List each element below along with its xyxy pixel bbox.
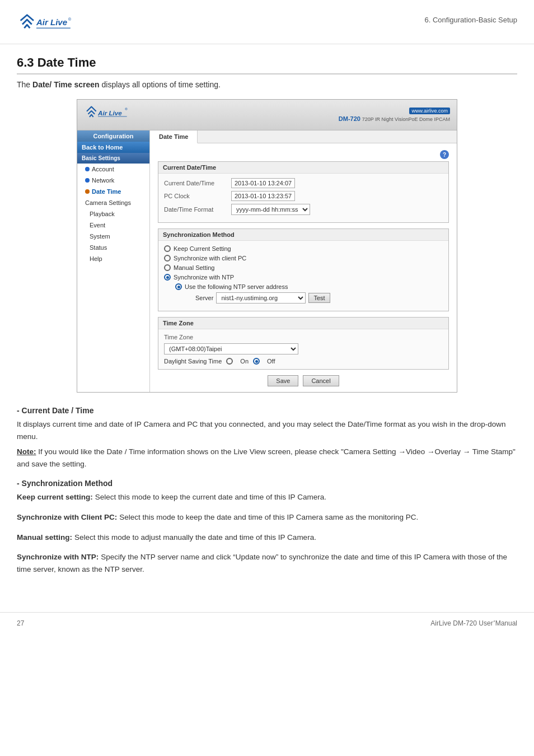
desc-ntp-label: Synchronize with NTP: <box>17 553 99 561</box>
sync-option-manual[interactable]: Manual Setting <box>164 264 443 271</box>
tab-bar: Date Time <box>150 130 457 143</box>
desc-sync-client-label: Synchronize with Client PC: <box>17 513 117 521</box>
desc-manual-body-text: Select this mode to adjust manually the … <box>74 533 316 542</box>
current-datetime-section: Current Date/Time Current Date/Time 2013… <box>158 161 449 223</box>
note-body: If you would like the Date / Time inform… <box>17 447 516 468</box>
timezone-select-container: (GMT+08:00)Taipei <box>164 343 443 354</box>
intro-prefix: The <box>17 80 32 89</box>
format-label: Date/Time Format <box>164 206 231 213</box>
daylight-row: Daylight Saving Time On Off <box>164 358 443 365</box>
sidebar-item-back-to-home[interactable]: Back to Home <box>77 142 149 153</box>
server-label: Server <box>195 295 213 301</box>
desc-current-datetime-note: Note: If you would like the Date / Time … <box>17 446 517 470</box>
sync-option-keep[interactable]: Keep Current Setting <box>164 245 443 252</box>
sidebar-item-network[interactable]: Network <box>77 175 149 186</box>
svg-text:Air Live: Air Live <box>97 109 122 116</box>
radio-ntp-use-following[interactable] <box>175 283 182 290</box>
radio-keep[interactable] <box>164 245 171 252</box>
radio-daylight-off[interactable] <box>253 358 260 365</box>
ntp-server-row: Server nist1-ny.ustiming.org Test <box>195 292 443 304</box>
ntp-sub-label: Use the following NTP server address <box>185 283 288 290</box>
radio-ntp[interactable] <box>164 274 171 281</box>
cancel-button[interactable]: Cancel <box>303 375 339 386</box>
ntp-sub-option-use-following[interactable]: Use the following NTP server address <box>175 283 443 290</box>
timezone-select[interactable]: (GMT+08:00)Taipei <box>164 343 298 354</box>
account-dot <box>85 167 90 171</box>
sidebar-item-status[interactable]: Status <box>77 242 149 253</box>
radio-daylight-on[interactable] <box>226 358 233 365</box>
sidebar-account-label: Account <box>92 166 114 172</box>
sidebar-item-help[interactable]: Help <box>77 253 149 264</box>
chapter-ref: 6. Configuration-Basic Setup <box>425 16 517 24</box>
logo-area: Air Live ® <box>17 10 73 38</box>
device-model-info: www.airlive.com DM-720 720P IR Night Vis… <box>339 108 450 122</box>
desc-manual: Manual setting: Select this mode to adju… <box>17 531 517 544</box>
format-select[interactable]: yyyy-mm-dd hh:mm:ss <box>231 204 310 215</box>
section-title-text: Date Time <box>38 55 96 69</box>
action-buttons: Save Cancel <box>158 375 449 386</box>
desc-keep-label: Keep current setting: <box>17 493 93 501</box>
section-title: 6.3 Date Time <box>17 55 517 74</box>
timezone-body: Time Zone (GMT+08:00)Taipei Daylight Sav… <box>158 329 448 369</box>
desc-keep-body-text: Select this mode to keep the current dat… <box>95 493 326 501</box>
current-datetime-title: Current Date/Time <box>158 162 448 174</box>
datetime-dot <box>85 189 90 194</box>
sync-manual-label: Manual Setting <box>174 264 214 271</box>
format-row: Date/Time Format yyyy-mm-dd hh:mm:ss <box>164 204 443 215</box>
section-number: 6.3 <box>17 55 34 69</box>
page-header: Air Live ® 6. Configuration-Basic Setup <box>0 0 534 44</box>
ntp-sub-options: Use the following NTP server address Ser… <box>175 283 443 304</box>
sidebar-datetime-label: Date Time <box>92 188 121 195</box>
sidebar-item-event[interactable]: Event <box>77 220 149 231</box>
sidebar-item-playback[interactable]: Playback <box>77 208 149 220</box>
device-logo: Air Live ® <box>84 103 140 127</box>
sync-client-label: Synchronize with client PC <box>174 255 246 262</box>
desc-manual-label: Manual setting: <box>17 533 72 542</box>
radio-manual[interactable] <box>164 264 171 271</box>
sync-method-title: Synchronization Method <box>158 229 448 241</box>
airlive-logo-svg: Air Live ® <box>17 10 73 38</box>
desc-sync-heading: - Synchronization Method <box>17 479 517 488</box>
device-main-panel: Date Time ? Current Date/Time Current Da… <box>150 130 457 392</box>
test-button[interactable]: Test <box>308 293 330 303</box>
sync-option-client-pc[interactable]: Synchronize with client PC <box>164 255 443 262</box>
desc-current-datetime-body: It displays current time and date of IP … <box>17 418 517 442</box>
timezone-label: Time Zone <box>164 334 231 340</box>
device-model: DM-720 <box>339 115 360 122</box>
device-website: www.airlive.com <box>409 108 450 114</box>
help-icon-button[interactable]: ? <box>440 150 449 159</box>
main-content: 6.3 Date Time The Date/ Time screen disp… <box>0 44 534 601</box>
sidebar-item-system[interactable]: System <box>77 231 149 242</box>
sync-keep-label: Keep Current Setting <box>174 245 231 252</box>
daylight-on-label: On <box>240 358 249 365</box>
desc-sync-method: - Synchronization Method Keep current se… <box>17 479 517 575</box>
sync-method-body: Keep Current Setting Synchronize with cl… <box>158 241 448 311</box>
device-ui-panel: Air Live ® www.airlive.com DM-720 720P I… <box>77 99 457 393</box>
desc-current-datetime-heading: - Current Date / Time <box>17 406 517 415</box>
sidebar-item-account[interactable]: Account <box>77 164 149 175</box>
pc-clock-label: PC Clock <box>164 193 231 199</box>
timezone-section: Time Zone Time Zone (GMT+08:00)Taipei <box>158 317 449 370</box>
current-datetime-value: 2013-01-10 13:24:07 <box>231 178 295 188</box>
desc-ntp: Synchronize with NTP: Specify the NTP se… <box>17 551 517 575</box>
sidebar-configuration-header: Configuration <box>77 130 149 142</box>
pc-clock-row: PC Clock 2013-01-10 13:23:57 <box>164 191 443 201</box>
tab-date-time[interactable]: Date Time <box>150 130 198 143</box>
save-button[interactable]: Save <box>268 375 298 386</box>
timezone-row: Time Zone <box>164 334 443 340</box>
ntp-server-select[interactable]: nist1-ny.ustiming.org <box>216 292 306 304</box>
device-model-desc: 720P IR Night VisionPoE Dome IPCAM <box>362 116 450 122</box>
radio-client-pc[interactable] <box>164 255 171 262</box>
page-footer: 27 AirLive DM-720 UserʼManual <box>0 612 534 634</box>
intro-bold: Date/ Time screen <box>32 80 100 89</box>
sidebar-item-date-time[interactable]: Date Time <box>77 186 149 197</box>
current-datetime-row: Current Date/Time 2013-01-10 13:24:07 <box>164 178 443 188</box>
sync-option-ntp[interactable]: Synchronize with NTP <box>164 274 443 281</box>
sidebar-item-basic-settings[interactable]: Basic Settings <box>77 153 149 164</box>
network-dot <box>85 178 90 183</box>
footer-page-number: 27 <box>17 619 24 627</box>
sidebar-item-camera-settings[interactable]: Camera Settings <box>77 197 149 208</box>
pc-clock-value: 2013-01-10 13:23:57 <box>231 191 295 201</box>
sync-method-section: Synchronization Method Keep Current Sett… <box>158 228 449 311</box>
intro-suffix: displays all options of time setting. <box>100 80 221 89</box>
